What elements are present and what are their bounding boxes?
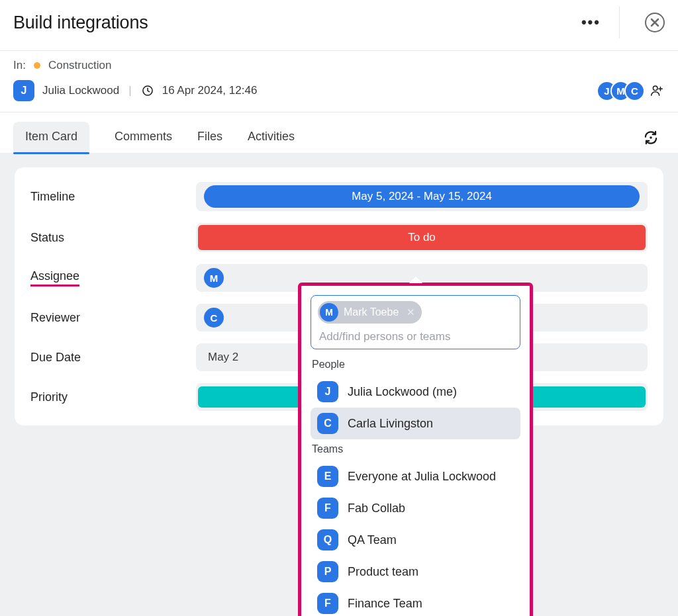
team-option[interactable]: Q QA Team xyxy=(311,524,520,556)
divider: | xyxy=(128,84,131,97)
add-person-icon xyxy=(650,83,664,98)
watcher-avatar[interactable]: C xyxy=(624,81,645,101)
person-name: Carla Livingston xyxy=(348,417,433,431)
field-status[interactable]: To do xyxy=(196,223,648,252)
team-avatar: E xyxy=(317,466,338,487)
field-label-priority: Priority xyxy=(30,390,189,404)
person-avatar: C xyxy=(317,413,338,434)
remove-token-button[interactable]: ✕ xyxy=(407,306,415,318)
people-option[interactable]: C Carla Livingston xyxy=(311,408,520,439)
people-search-box[interactable]: M Mark Toebe ✕ xyxy=(311,295,520,349)
add-watcher-button[interactable] xyxy=(649,83,665,99)
due-date-value: May 2 xyxy=(204,351,238,364)
team-avatar: F xyxy=(317,593,338,614)
teams-section-label: Teams xyxy=(312,443,520,455)
divider xyxy=(619,7,620,38)
team-avatar: Q xyxy=(317,529,338,550)
clock-icon xyxy=(141,84,154,97)
svg-point-2 xyxy=(650,136,652,138)
more-options-button[interactable]: ••• xyxy=(581,14,601,31)
token-avatar: M xyxy=(320,303,338,322)
author-avatar[interactable]: J xyxy=(13,80,34,101)
status-pill: To do xyxy=(198,225,646,250)
people-picker-popover: M Mark Toebe ✕ People J Julia Lockwood (… xyxy=(298,283,533,616)
watchers-group[interactable]: J M C xyxy=(597,81,665,101)
people-search-input[interactable] xyxy=(318,330,513,343)
people-section-label: People xyxy=(312,359,520,371)
svg-point-1 xyxy=(653,86,657,91)
team-avatar: F xyxy=(317,498,338,519)
created-timestamp: 16 Apr 2024, 12:46 xyxy=(162,84,258,97)
tab-files[interactable]: Files xyxy=(197,122,222,153)
team-option[interactable]: F Finance Team xyxy=(311,588,520,616)
reviewer-avatar: C xyxy=(204,308,224,328)
team-name: Fab Collab xyxy=(348,502,405,515)
person-avatar: J xyxy=(317,381,338,402)
team-option[interactable]: E Everyone at Julia Lockwood xyxy=(311,461,520,492)
team-name: Everyone at Julia Lockwood xyxy=(348,470,496,484)
field-label-assignee: Assignee xyxy=(30,269,189,286)
token-name: Mark Toebe xyxy=(344,306,399,318)
team-option[interactable]: F Fab Collab xyxy=(311,492,520,524)
close-icon xyxy=(650,18,659,27)
field-label-timeline: Timeline xyxy=(30,190,189,204)
team-name: QA Team xyxy=(348,533,397,547)
breadcrumb[interactable]: In: Construction xyxy=(13,59,665,72)
refresh-icon xyxy=(642,129,659,146)
field-timeline[interactable]: May 5, 2024 - May 15, 2024 xyxy=(196,182,648,211)
field-label-status: Status xyxy=(30,231,189,245)
breadcrumb-board-name: Construction xyxy=(48,59,111,72)
field-label-due-date: Due Date xyxy=(30,351,189,365)
team-name: Product team xyxy=(348,565,418,579)
team-avatar: P xyxy=(317,561,338,582)
breadcrumb-in-label: In: xyxy=(13,59,26,72)
tab-comments[interactable]: Comments xyxy=(115,122,172,153)
refresh-button[interactable] xyxy=(641,128,661,148)
close-button[interactable] xyxy=(645,13,665,32)
page-title: Build integrations xyxy=(13,13,581,33)
person-name: Julia Lockwood (me) xyxy=(348,385,457,399)
tab-item-card[interactable]: Item Card xyxy=(13,122,89,153)
team-option[interactable]: P Product team xyxy=(311,556,520,588)
assignee-avatar: M xyxy=(204,268,224,288)
tab-activities[interactable]: Activities xyxy=(248,122,295,153)
timeline-pill: May 5, 2024 - May 15, 2024 xyxy=(204,185,640,208)
field-label-reviewer: Reviewer xyxy=(30,311,189,325)
author-name: Julia Lockwood xyxy=(42,84,119,97)
selected-person-token[interactable]: M Mark Toebe ✕ xyxy=(318,301,422,324)
team-name: Finance Team xyxy=(348,597,422,611)
board-color-dot xyxy=(34,62,40,69)
people-option[interactable]: J Julia Lockwood (me) xyxy=(311,376,520,408)
